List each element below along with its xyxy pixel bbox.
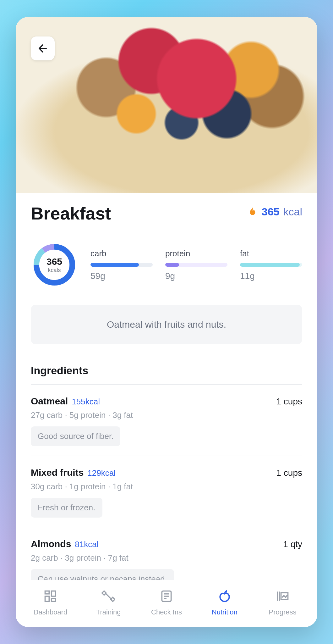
svg-rect-7 bbox=[45, 596, 49, 602]
donut-unit: kcals bbox=[48, 267, 61, 274]
macro-protein: protein 9g bbox=[165, 249, 227, 281]
svg-rect-6 bbox=[52, 591, 56, 596]
macro-label: carb bbox=[90, 249, 153, 258]
nutrition-icon bbox=[218, 589, 232, 605]
checkins-icon bbox=[160, 589, 173, 605]
tab-label: Training bbox=[96, 608, 121, 616]
svg-rect-5 bbox=[45, 591, 49, 594]
ingredient-macros: 2g carb · 3g protein · 7g fat bbox=[31, 553, 302, 563]
ingredient-qty: 1 cups bbox=[276, 397, 303, 407]
macro-value: 11g bbox=[240, 271, 302, 281]
ingredient-qty: 1 qty bbox=[283, 539, 302, 549]
macro-bar bbox=[90, 263, 153, 267]
macro-bar bbox=[165, 263, 227, 267]
ingredient-qty: 1 cups bbox=[276, 468, 303, 478]
flame-icon bbox=[247, 206, 258, 221]
ingredient-name: Almonds bbox=[31, 539, 71, 549]
back-button[interactable] bbox=[31, 36, 55, 60]
tab-label: Nutrition bbox=[212, 608, 237, 616]
ingredients-list: Oatmeal155kcal 1 cups 27g carb · 5g prot… bbox=[31, 384, 302, 598]
dashboard-icon bbox=[43, 589, 57, 605]
svg-rect-8 bbox=[52, 598, 56, 601]
tab-label: Progress bbox=[269, 608, 297, 616]
ingredient-macros: 30g carb · 1g protein · 1g fat bbox=[31, 482, 302, 491]
macro-donut: 365 kcals bbox=[31, 241, 78, 288]
macro-fat: fat 11g bbox=[240, 249, 302, 281]
meal-description: Oatmeal with fruits and nuts. bbox=[31, 305, 302, 344]
tab-dashboard[interactable]: Dashboard bbox=[21, 589, 79, 616]
app-screen: Breakfast 365 kcal 365 kcals bbox=[16, 17, 317, 627]
ingredient-name: Mixed fruits bbox=[31, 467, 84, 478]
donut-value: 365 bbox=[46, 256, 62, 267]
tab-progress[interactable]: Progress bbox=[254, 589, 312, 616]
ingredient-item[interactable]: Oatmeal155kcal 1 cups 27g carb · 5g prot… bbox=[31, 384, 302, 456]
meal-hero-image bbox=[16, 17, 317, 193]
svg-rect-9 bbox=[102, 591, 106, 595]
tab-training[interactable]: Training bbox=[79, 589, 138, 616]
ingredient-name: Oatmeal bbox=[31, 396, 68, 406]
arrow-left-icon bbox=[37, 42, 49, 54]
macro-bar bbox=[240, 263, 302, 267]
bottom-tab-bar: DashboardTrainingCheck InsNutritionProgr… bbox=[16, 580, 317, 627]
ingredient-item[interactable]: Mixed fruits129kcal 1 cups 30g carb · 1g… bbox=[31, 456, 302, 527]
macro-label: protein bbox=[165, 249, 227, 258]
training-icon bbox=[101, 589, 115, 605]
progress-icon bbox=[276, 589, 290, 605]
calories-unit: kcal bbox=[283, 206, 302, 218]
meal-card: Breakfast 365 kcal 365 kcals bbox=[16, 180, 317, 627]
tab-label: Check Ins bbox=[151, 608, 182, 616]
ingredient-calories: 129kcal bbox=[87, 468, 116, 478]
macro-value: 9g bbox=[165, 271, 227, 281]
calories-value: 365 bbox=[262, 206, 280, 218]
tab-nutrition[interactable]: Nutrition bbox=[195, 589, 254, 616]
ingredient-calories: 81kcal bbox=[75, 540, 98, 549]
ingredient-calories: 155kcal bbox=[72, 397, 100, 406]
meal-title: Breakfast bbox=[31, 203, 111, 224]
ingredient-note: Good source of fiber. bbox=[31, 426, 120, 446]
macro-carb: carb 59g bbox=[90, 249, 153, 281]
tab-label: Dashboard bbox=[34, 608, 68, 616]
svg-rect-10 bbox=[111, 597, 115, 601]
macro-value: 59g bbox=[90, 271, 153, 281]
ingredient-note: Fresh or frozen. bbox=[31, 498, 102, 518]
ingredient-macros: 27g carb · 5g protein · 3g fat bbox=[31, 410, 302, 420]
calories-chip: 365 kcal bbox=[247, 206, 302, 221]
tab-checkins[interactable]: Check Ins bbox=[138, 589, 196, 616]
ingredients-heading: Ingredients bbox=[31, 364, 302, 377]
macro-label: fat bbox=[240, 249, 302, 258]
